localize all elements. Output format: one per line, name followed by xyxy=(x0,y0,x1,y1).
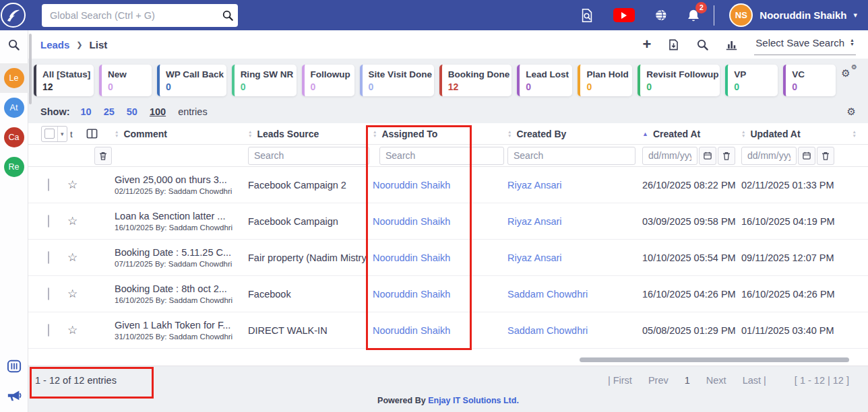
filter-leads-source-input[interactable] xyxy=(248,147,369,165)
sidebar-search-icon[interactable] xyxy=(7,38,20,51)
table-row[interactable]: ☆ Loan ka Senction latter ... 16/10/2025… xyxy=(28,203,868,240)
filter-updated-at-date-input[interactable] xyxy=(741,147,797,165)
star-icon[interactable]: ☆ xyxy=(67,287,78,300)
filter-assigned-to-input[interactable] xyxy=(379,147,504,165)
dialpad-icon[interactable] xyxy=(7,359,22,373)
app-logo-icon[interactable] xyxy=(1,3,26,28)
show-option-10[interactable]: 10 xyxy=(81,106,92,117)
star-icon[interactable]: ☆ xyxy=(67,215,78,228)
status-tab-vc[interactable]: VC 0 xyxy=(783,65,836,96)
sidebar-item-leads[interactable]: Le xyxy=(0,63,28,93)
updated-at-cell: 09/11/2025 12:07 PM xyxy=(741,252,839,263)
columns-icon[interactable] xyxy=(86,129,98,139)
document-search-icon[interactable] xyxy=(580,8,594,23)
entries-label: entries xyxy=(178,106,208,117)
row-checkbox[interactable] xyxy=(48,178,49,191)
clear-filters-trash-button[interactable] xyxy=(94,147,112,165)
column-header-leads-source[interactable]: ▲▼ Leads Source xyxy=(248,129,373,139)
show-option-25[interactable]: 25 xyxy=(104,106,115,117)
topbar: 2 NS Nooruddin Shaikh ▾ xyxy=(0,0,868,30)
filter-created-at-date-input[interactable] xyxy=(642,147,698,165)
status-tab-wp-call-back[interactable]: WP Call Back 0 xyxy=(157,65,226,96)
status-tab-followup[interactable]: Followup 0 xyxy=(302,65,354,96)
select-all-checkbox[interactable] xyxy=(44,129,55,139)
status-tab-plan-hold[interactable]: Plan Hold 0 xyxy=(578,65,632,96)
pagination-first[interactable]: | First xyxy=(608,375,632,386)
column-header-created-by[interactable]: ▲▼ Created By xyxy=(474,129,642,139)
pagination-last[interactable]: Last | xyxy=(743,375,766,386)
select-menu-caret-icon[interactable]: ▾ xyxy=(57,127,67,141)
notifications-bell[interactable]: 2 xyxy=(687,8,700,23)
horizontal-scrollbar[interactable] xyxy=(580,357,849,362)
row-checkbox[interactable] xyxy=(48,287,49,300)
table-row[interactable]: ☆ Booking Date : 8th oct 2... 16/10/2025… xyxy=(28,276,868,312)
select-save-search[interactable]: Select Save Search ▲ ▼ xyxy=(754,34,856,55)
column-header-assigned-to[interactable]: ▲▼ Assigned To xyxy=(373,129,474,139)
assigned-to-link[interactable]: Nooruddin Shaikh xyxy=(373,325,474,336)
show-option-50[interactable]: 50 xyxy=(127,106,137,117)
status-tab-ring-sw-nr[interactable]: Ring SW NR 0 xyxy=(232,65,297,96)
status-tabs-row: All [Status] 12 New 0 WP Call Back 0 Rin… xyxy=(28,59,868,102)
star-icon[interactable]: ☆ xyxy=(67,251,78,264)
assigned-to-link[interactable]: Nooruddin Shaikh xyxy=(373,289,474,300)
assigned-to-link[interactable]: Nooruddin Shaikh xyxy=(373,216,474,227)
table-row[interactable]: ☆ Given 25,000 on thurs 3... 02/11/2025 … xyxy=(28,167,868,203)
status-settings-gears-icon[interactable]: ⚙⚙ xyxy=(841,65,857,81)
vertical-scrollbar[interactable] xyxy=(29,34,32,104)
created-by-link[interactable]: Riyaz Ansari xyxy=(474,216,642,227)
status-tab-site-visit-done[interactable]: Site Visit Done 0 xyxy=(360,65,434,96)
reports-module-icon: Re xyxy=(4,157,24,177)
star-icon[interactable]: ☆ xyxy=(67,178,78,191)
table-row[interactable]: ☆ Given 1 Lakh Token for F... 31/10/2025… xyxy=(28,312,868,349)
status-tab-vp[interactable]: VP 0 xyxy=(725,65,778,96)
filter-created-by-input[interactable] xyxy=(507,147,636,165)
select-save-search-label: Select Save Search xyxy=(755,37,844,48)
created-by-link[interactable]: Riyaz Ansari xyxy=(474,180,642,191)
row-checkbox[interactable] xyxy=(48,324,49,337)
sort-ascending-icon: ▲ xyxy=(642,131,648,137)
powered-by-link[interactable]: Enjay IT Solutions Ltd. xyxy=(428,396,519,405)
status-tab-all[interactable]: All [Status] 12 xyxy=(34,65,94,96)
youtube-icon[interactable] xyxy=(613,8,635,22)
chart-icon[interactable] xyxy=(725,39,738,50)
status-tab-count: 0 xyxy=(526,81,565,92)
table-row[interactable]: ☆ Booking Date : 5.11.25 C... 07/11/2025… xyxy=(28,240,868,276)
star-icon[interactable]: ☆ xyxy=(67,324,78,337)
updated-at-clear-button[interactable] xyxy=(817,147,834,165)
row-checkbox[interactable] xyxy=(48,215,49,228)
global-search-input[interactable] xyxy=(50,10,222,21)
breadcrumb-leads[interactable]: Leads xyxy=(40,39,69,50)
column-header-updated-at[interactable]: ▲▼ Updated At xyxy=(741,129,839,139)
sidebar-item-attendance[interactable]: At xyxy=(0,93,28,123)
assigned-to-link[interactable]: Nooruddin Shaikh xyxy=(373,252,474,263)
created-by-link[interactable]: Saddam Chowdhri xyxy=(474,289,642,300)
sort-icon: ▲▼ xyxy=(373,130,377,137)
status-tab-revisit-followup[interactable]: Revisit Followup 0 xyxy=(638,65,720,96)
status-tab-lead-lost[interactable]: Lead Lost 0 xyxy=(517,65,572,96)
status-tab-new[interactable]: New 0 xyxy=(99,65,152,96)
globe-icon[interactable] xyxy=(654,8,668,22)
assigned-to-link[interactable]: Nooruddin Shaikh xyxy=(373,180,474,191)
updated-at-calendar-button[interactable] xyxy=(798,147,815,165)
row-checkbox[interactable] xyxy=(48,251,49,264)
pagination-prev[interactable]: Prev xyxy=(648,375,669,386)
table-settings-gear-icon[interactable]: ⚙ xyxy=(847,106,856,118)
created-by-link[interactable]: Saddam Chowdhri xyxy=(474,325,642,336)
sidebar-item-calls[interactable]: Ca xyxy=(0,123,28,152)
column-header-comment[interactable]: ▲▼ Comment xyxy=(115,129,248,139)
megaphone-icon[interactable] xyxy=(6,388,22,403)
pagination-next[interactable]: Next xyxy=(706,375,726,386)
column-header-created-at[interactable]: ▲ Created At xyxy=(642,129,741,139)
add-lead-button[interactable]: + xyxy=(642,38,651,50)
import-icon[interactable] xyxy=(667,38,680,51)
search-icon[interactable] xyxy=(222,9,234,22)
created-at-clear-button[interactable] xyxy=(718,147,735,165)
status-tab-booking-done[interactable]: Booking Done 12 xyxy=(439,65,512,96)
search-leads-icon[interactable] xyxy=(696,38,709,51)
pagination-current-page[interactable]: 1 xyxy=(685,375,690,386)
created-by-link[interactable]: Riyaz Ansari xyxy=(474,252,642,263)
user-menu[interactable]: NS Nooruddin Shaikh ▾ xyxy=(729,3,857,27)
show-option-100[interactable]: 100 xyxy=(150,106,166,117)
created-at-calendar-button[interactable] xyxy=(699,147,716,165)
sidebar-item-reports[interactable]: Re xyxy=(0,152,28,182)
